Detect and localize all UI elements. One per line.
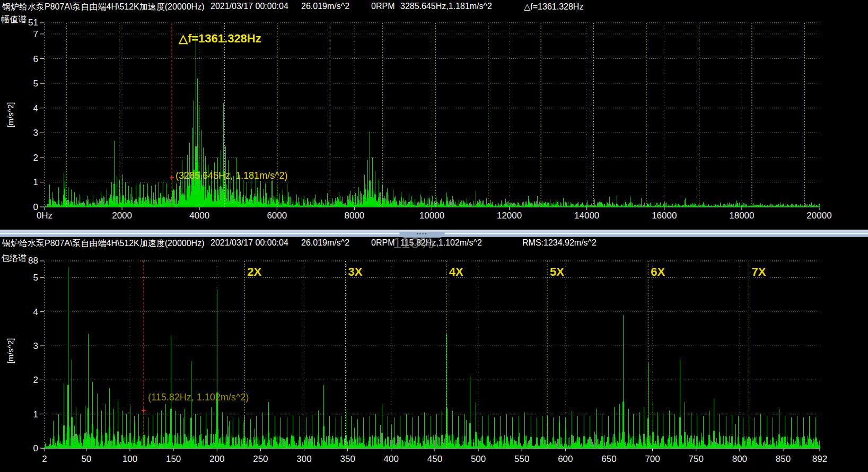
y-tick-label: 5 [33, 78, 38, 89]
measurement-point-title: 锅炉给水泵P807A\泵自由端4H\512K加速度(20000Hz) [2, 2, 204, 13]
x-tick-label: 750 [689, 454, 704, 464]
x-tick-label: 2000 [112, 211, 132, 221]
x-tick-label: 4000 [189, 211, 209, 221]
x-tick-label: 700 [645, 454, 660, 464]
delta-f-label: △f=1361.328Hz [178, 32, 261, 45]
y-axis-unit-label: [m/s^2] [6, 97, 15, 134]
x-tick-label: 350 [340, 454, 355, 464]
harmonic-order-label: 6X [651, 265, 665, 278]
y-tick-label: 3 [33, 341, 38, 351]
rpm-value: 0RPM [371, 238, 394, 248]
overall-value: 26.019m/s^2 [301, 238, 349, 248]
x-tick-label: 20000 [806, 211, 831, 221]
timestamp: 2021/03/17 00:00:04 [211, 2, 288, 11]
x-tick-label: 18000 [729, 211, 754, 221]
cursor-readout-label: (3285.645Hz, 1.181m/s^2) [176, 170, 288, 181]
x-tick-label: 400 [384, 454, 399, 464]
x-tick-label: 150 [166, 454, 181, 464]
envelope-spectrum-plot[interactable]: 2X3X4X5X6X7X2501001502002503003504004505… [0, 249, 868, 472]
overall-value: 26.019m/s^2 [301, 2, 349, 11]
cursor-readout-label: (115.82Hz, 1.102m/s^2) [148, 392, 249, 403]
x-tick-label: 6000 [267, 211, 287, 221]
y-axis-unit-label: [m/s^2] [6, 333, 15, 370]
harmonic-order-label: 5X [550, 265, 564, 278]
rpm-value: 0RPM [371, 2, 394, 11]
spectrum-type-label: 包络谱 [1, 253, 28, 265]
y-tick-label: 1 [33, 409, 38, 419]
x-tick-label: 600 [558, 454, 573, 464]
y-tick-label: 0 [33, 443, 38, 453]
zoom-level-osd: 110% [393, 234, 435, 252]
x-tick-label: 200 [209, 454, 224, 464]
harmonic-order-label: 7X [752, 265, 766, 278]
x-tick-label: 300 [296, 454, 311, 464]
harmonic-order-label: 2X [247, 265, 261, 278]
x-tick-label: 892 [812, 454, 827, 464]
timestamp: 2021/03/17 00:00:04 [211, 238, 288, 248]
x-tick-label: 250 [253, 454, 268, 464]
x-tick-label: 12000 [497, 211, 522, 221]
harmonic-order-label: 4X [449, 265, 463, 278]
x-tick-label: 800 [732, 454, 747, 464]
spectrum-type-label: 幅值谱 [1, 14, 28, 26]
amplitude-spectrum-plot[interactable]: 0Hz2000400060008000100001200014000160001… [0, 13, 868, 230]
y-tick-label: 4 [33, 103, 38, 113]
vibration-analysis-app: 锅炉给水泵P807A\泵自由端4H\512K加速度(20000Hz) 2021/… [0, 0, 868, 472]
rms-readout: RMS:1234.92m/s^2 [522, 238, 597, 248]
x-tick-label: 10000 [419, 211, 444, 221]
x-tick-label: 100 [122, 454, 137, 464]
y-tick-label: 0 [33, 202, 38, 212]
x-tick-label: 550 [514, 454, 529, 464]
y-tick-label: 4 [33, 307, 38, 317]
y-tick-label: 2 [33, 153, 38, 163]
x-tick-label: 650 [601, 454, 616, 464]
delta-f-readout: △f=1361.328Hz [524, 2, 583, 12]
x-tick-label: 8000 [344, 211, 364, 221]
spectrum-trace [45, 267, 820, 448]
y-tick-label: 6 [33, 54, 38, 64]
y-tick-label: 2 [33, 375, 38, 385]
amplitude-pane-header: 锅炉给水泵P807A\泵自由端4H\512K加速度(20000Hz) 2021/… [0, 0, 868, 13]
x-tick-label: 500 [471, 454, 486, 464]
spectrum-trace [45, 34, 820, 207]
x-tick-label: 0Hz [37, 211, 52, 221]
x-tick-label: 14000 [574, 211, 599, 221]
x-tick-label: 50 [81, 454, 91, 464]
x-tick-label: 16000 [652, 211, 677, 221]
y-tick-label: 3 [33, 128, 38, 138]
y-tick-label: 5 [33, 273, 38, 283]
x-tick-label: 2 [42, 454, 47, 464]
x-tick-label: 450 [427, 454, 442, 464]
harmonic-order-label: 3X [348, 265, 362, 278]
cursor-readout: 3285.645Hz,1.181m/s^2 [400, 2, 492, 11]
measurement-point-title: 锅炉给水泵P807A\泵自由端4H\512K加速度(20000Hz) [2, 238, 204, 249]
y-tick-label: 7 [33, 29, 38, 39]
x-tick-label: 850 [776, 454, 791, 464]
y-tick-label: 1 [33, 177, 38, 187]
